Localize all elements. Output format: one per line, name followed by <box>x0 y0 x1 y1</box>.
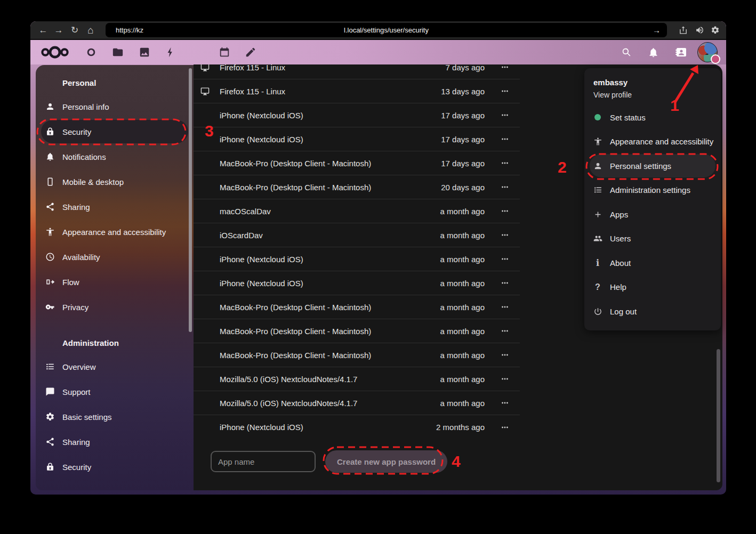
appbar-ring-button[interactable] <box>85 46 97 58</box>
user-menu-item-help[interactable]: ?Help <box>590 276 715 299</box>
dots-icon <box>500 398 510 408</box>
session-actions-button[interactable] <box>490 295 520 319</box>
folder-icon <box>112 46 124 58</box>
session-actions-button[interactable] <box>490 247 520 271</box>
sidebar-item-availability[interactable]: Availability <box>41 245 188 269</box>
sidebar-item-overview[interactable]: Overview <box>41 355 188 378</box>
sidebar-item-flow[interactable]: Flow <box>41 270 188 294</box>
search-icon <box>621 47 632 58</box>
session-actions-button[interactable] <box>490 103 520 127</box>
lock-icon <box>45 462 55 472</box>
sidebar-item-privacy[interactable]: Privacy <box>41 295 188 319</box>
status-dot-icon <box>594 114 601 120</box>
session-row: iPhone (Nextcloud iOS)2 months ago <box>194 415 520 439</box>
sidebar-item-label: Sharing <box>62 438 90 447</box>
session-row: macOScalDava month ago <box>194 199 520 223</box>
sidebar-item-sharing[interactable]: Sharing <box>41 430 188 454</box>
user-menu-item-users[interactable]: Users <box>590 227 715 250</box>
session-actions-button[interactable] <box>490 79 520 103</box>
sidebar-item-personal-info[interactable]: Personal info <box>41 95 188 118</box>
browser-chrome: ← → ↻ ⌂ https://kz l.local/settings/user… <box>30 21 726 39</box>
sidebar-item-sharing[interactable]: Sharing <box>41 195 188 219</box>
session-row: MacBook-Pro (Desktop Client - Macintosh)… <box>194 295 520 319</box>
go-arrow-icon[interactable]: → <box>653 23 661 37</box>
dots-icon <box>500 230 510 240</box>
notifications-button[interactable] <box>647 46 660 59</box>
session-row: Firefox 115 - Linux7 days ago <box>194 64 520 79</box>
session-last-activity: a month ago <box>440 303 485 312</box>
screenshot-root: { "browser": { "url_prefix": "https://kz… <box>0 0 756 534</box>
user-menu-item-about[interactable]: iAbout <box>590 251 715 274</box>
session-row: MacBook-Pro (Desktop Client - Macintosh)… <box>194 319 520 343</box>
speaker-icon <box>695 26 704 35</box>
listbox-icon <box>593 185 602 195</box>
cog-icon <box>711 26 720 35</box>
mute-button[interactable] <box>692 21 707 39</box>
dots-icon <box>500 326 510 336</box>
nextcloud-logo-icon[interactable] <box>41 45 69 60</box>
sidebar-item-support[interactable]: Support <box>41 380 188 403</box>
session-actions-button[interactable] <box>490 223 520 247</box>
contacts-menu-button[interactable] <box>674 46 687 59</box>
app-name-input[interactable] <box>211 451 316 472</box>
session-actions-button[interactable] <box>490 64 520 79</box>
session-actions-button[interactable] <box>490 367 520 391</box>
sidebar-item-mobile-desktop[interactable]: Mobile & desktop <box>41 170 188 193</box>
user-menu-item-label: Administration settings <box>610 185 690 195</box>
reload-icon: ↻ <box>71 25 78 36</box>
reload-button[interactable]: ↻ <box>67 21 82 39</box>
appbar-folder-button[interactable] <box>112 46 124 58</box>
session-last-activity: 17 days ago <box>441 159 485 168</box>
session-actions-button[interactable] <box>490 319 520 343</box>
session-actions-button[interactable] <box>490 271 520 295</box>
sidebar-item-notifications[interactable]: Notifications <box>41 145 188 168</box>
sidebar-item-label: Sharing <box>62 203 90 212</box>
user-menu-item-label: Appearance and accessibility <box>610 137 713 146</box>
mobile-icon <box>45 177 55 187</box>
session-last-activity: a month ago <box>440 399 485 408</box>
user-menu-item-apps[interactable]: Apps <box>590 203 715 226</box>
sidebar-item-security[interactable]: Security <box>41 455 188 479</box>
session-row: iPhone (Nextcloud iOS)a month ago <box>194 247 520 271</box>
session-actions-button[interactable] <box>490 391 520 415</box>
cog-icon <box>45 412 55 422</box>
forward-button[interactable]: → <box>51 21 66 39</box>
appbar-notes-button[interactable] <box>245 46 256 58</box>
sidebar-item-basic-settings[interactable]: Basic settings <box>41 405 188 428</box>
session-actions-button[interactable] <box>490 343 520 367</box>
session-last-activity: a month ago <box>440 327 485 336</box>
help-glyph-icon: ? <box>595 282 600 292</box>
dots-icon <box>500 350 510 360</box>
share-page-button[interactable] <box>675 21 690 39</box>
appbar-activity-button[interactable] <box>165 46 177 58</box>
appbar-photos-button[interactable] <box>139 46 150 58</box>
annotation-step-4: 4 <box>452 454 461 470</box>
session-actions-button[interactable] <box>490 416 520 439</box>
home-button[interactable]: ⌂ <box>83 21 98 39</box>
browser-settings-button[interactable] <box>707 21 722 39</box>
notes-icon <box>245 46 256 58</box>
session-last-activity: 20 days ago <box>441 183 485 192</box>
dots-icon <box>500 64 510 72</box>
page-scrollbar[interactable] <box>717 349 720 482</box>
sidebar-section-header: Administration <box>36 334 194 352</box>
session-actions-button[interactable] <box>490 151 520 175</box>
user-menu-item-appearance-and-accessibility[interactable]: Appearance and accessibility <box>590 130 715 153</box>
user-menu-items: Set statusAppearance and accessibilityPe… <box>584 106 721 323</box>
sidebar-item-appearance-and-accessibility[interactable]: Appearance and accessibility <box>41 220 188 244</box>
session-actions-button[interactable] <box>490 199 520 223</box>
appbar-calendar-button[interactable] <box>219 46 230 58</box>
info-glyph-icon: i <box>596 258 599 268</box>
search-button[interactable] <box>620 46 633 59</box>
back-button[interactable]: ← <box>36 21 51 39</box>
user-menu-item-administration-settings[interactable]: Administration settings <box>590 179 715 202</box>
user-menu-item-log-out[interactable]: Log out <box>590 300 715 323</box>
address-bar[interactable]: https://kz l.local/settings/user/securit… <box>106 23 667 37</box>
sidebar-scrollbar[interactable] <box>189 68 192 332</box>
appbar-contacts-button[interactable] <box>192 46 204 58</box>
people-icon <box>593 234 602 243</box>
session-actions-button[interactable] <box>490 127 520 151</box>
session-device-name: iPhone (Nextcloud iOS) <box>220 135 441 144</box>
home-icon: ⌂ <box>87 25 93 36</box>
session-actions-button[interactable] <box>490 175 520 199</box>
